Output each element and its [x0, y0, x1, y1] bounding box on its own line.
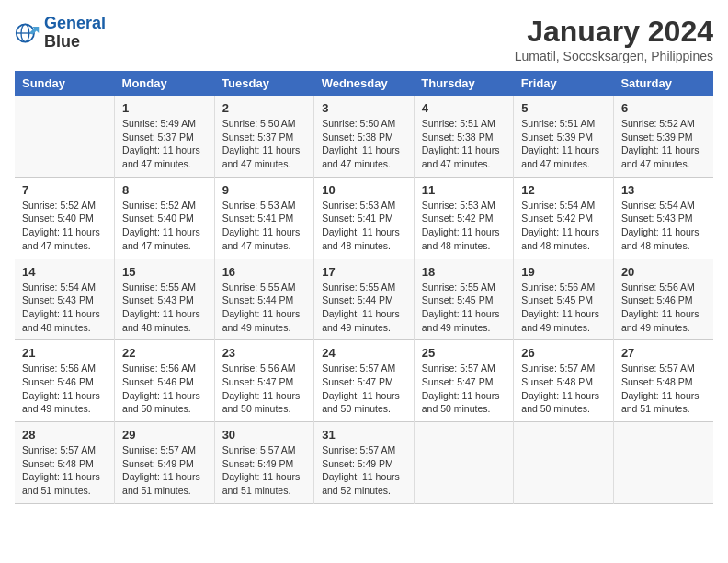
day-number: 31: [322, 428, 406, 442]
day-info: Sunrise: 5:57 AM Sunset: 5:47 PM Dayligh…: [422, 362, 506, 416]
day-number: 23: [222, 346, 307, 360]
day-cell: 12Sunrise: 5:54 AM Sunset: 5:42 PM Dayli…: [514, 177, 614, 259]
logo-text: General Blue: [44, 15, 106, 52]
day-cell: 9Sunrise: 5:53 AM Sunset: 5:41 PM Daylig…: [214, 177, 314, 259]
day-info: Sunrise: 5:55 AM Sunset: 5:45 PM Dayligh…: [422, 281, 506, 335]
day-cell: 20Sunrise: 5:56 AM Sunset: 5:46 PM Dayli…: [613, 259, 713, 340]
day-info: Sunrise: 5:56 AM Sunset: 5:46 PM Dayligh…: [22, 362, 107, 416]
day-cell: 26Sunrise: 5:57 AM Sunset: 5:48 PM Dayli…: [514, 340, 614, 422]
day-cell: 7Sunrise: 5:52 AM Sunset: 5:40 PM Daylig…: [15, 177, 115, 259]
day-cell: [414, 422, 514, 504]
day-number: 9: [222, 183, 307, 197]
header-row: SundayMondayTuesdayWednesdayThursdayFrid…: [15, 71, 713, 96]
day-cell: 8Sunrise: 5:52 AM Sunset: 5:40 PM Daylig…: [115, 177, 215, 259]
calendar-table: SundayMondayTuesdayWednesdayThursdayFrid…: [15, 71, 713, 504]
day-number: 16: [222, 265, 307, 279]
day-info: Sunrise: 5:57 AM Sunset: 5:49 PM Dayligh…: [222, 443, 307, 498]
day-info: Sunrise: 5:50 AM Sunset: 5:38 PM Dayligh…: [322, 117, 406, 171]
day-info: Sunrise: 5:57 AM Sunset: 5:48 PM Dayligh…: [521, 362, 606, 416]
day-info: Sunrise: 5:52 AM Sunset: 5:39 PM Dayligh…: [621, 117, 706, 171]
header-cell-monday: Monday: [115, 71, 215, 96]
day-cell: 21Sunrise: 5:56 AM Sunset: 5:46 PM Dayli…: [15, 340, 115, 422]
day-cell: 5Sunrise: 5:51 AM Sunset: 5:39 PM Daylig…: [514, 96, 614, 177]
week-row-2: 7Sunrise: 5:52 AM Sunset: 5:40 PM Daylig…: [15, 177, 713, 259]
day-number: 21: [22, 346, 107, 360]
day-cell: 11Sunrise: 5:53 AM Sunset: 5:42 PM Dayli…: [414, 177, 514, 259]
day-number: 2: [222, 101, 307, 115]
day-info: Sunrise: 5:54 AM Sunset: 5:42 PM Dayligh…: [521, 199, 606, 253]
day-cell: 24Sunrise: 5:57 AM Sunset: 5:47 PM Dayli…: [314, 340, 415, 422]
logo-icon: [15, 20, 40, 46]
day-info: Sunrise: 5:55 AM Sunset: 5:44 PM Dayligh…: [222, 281, 307, 335]
day-info: Sunrise: 5:57 AM Sunset: 5:47 PM Dayligh…: [322, 362, 406, 416]
day-number: 27: [621, 346, 706, 360]
week-row-4: 21Sunrise: 5:56 AM Sunset: 5:46 PM Dayli…: [15, 340, 713, 422]
day-info: Sunrise: 5:56 AM Sunset: 5:46 PM Dayligh…: [122, 362, 207, 416]
day-number: 22: [122, 346, 207, 360]
page-header: General Blue January 2024 Lumatil, Soccs…: [15, 15, 713, 63]
day-cell: 16Sunrise: 5:55 AM Sunset: 5:44 PM Dayli…: [214, 259, 314, 340]
day-number: 10: [322, 183, 406, 197]
day-info: Sunrise: 5:55 AM Sunset: 5:44 PM Dayligh…: [322, 281, 406, 335]
day-info: Sunrise: 5:52 AM Sunset: 5:40 PM Dayligh…: [22, 199, 107, 253]
day-info: Sunrise: 5:51 AM Sunset: 5:38 PM Dayligh…: [422, 117, 506, 171]
day-cell: [613, 422, 713, 504]
day-number: 6: [621, 101, 706, 115]
week-row-3: 14Sunrise: 5:54 AM Sunset: 5:43 PM Dayli…: [15, 259, 713, 340]
day-info: Sunrise: 5:53 AM Sunset: 5:42 PM Dayligh…: [422, 199, 506, 253]
day-info: Sunrise: 5:53 AM Sunset: 5:41 PM Dayligh…: [322, 199, 406, 253]
header-cell-friday: Friday: [514, 71, 614, 96]
day-cell: [15, 96, 115, 177]
day-number: 14: [22, 265, 107, 279]
day-info: Sunrise: 5:49 AM Sunset: 5:37 PM Dayligh…: [122, 117, 207, 171]
day-number: 8: [122, 183, 207, 197]
day-number: 26: [521, 346, 606, 360]
day-cell: 3Sunrise: 5:50 AM Sunset: 5:38 PM Daylig…: [314, 96, 415, 177]
day-info: Sunrise: 5:55 AM Sunset: 5:43 PM Dayligh…: [122, 281, 207, 335]
day-info: Sunrise: 5:57 AM Sunset: 5:48 PM Dayligh…: [621, 362, 706, 416]
day-number: 3: [322, 101, 406, 115]
day-number: 24: [322, 346, 406, 360]
day-cell: [514, 422, 614, 504]
day-cell: 25Sunrise: 5:57 AM Sunset: 5:47 PM Dayli…: [414, 340, 514, 422]
day-number: 15: [122, 265, 207, 279]
day-number: 28: [22, 428, 107, 442]
day-cell: 31Sunrise: 5:57 AM Sunset: 5:49 PM Dayli…: [314, 422, 415, 504]
day-number: 1: [122, 101, 207, 115]
day-cell: 15Sunrise: 5:55 AM Sunset: 5:43 PM Dayli…: [115, 259, 215, 340]
header-cell-wednesday: Wednesday: [314, 71, 415, 96]
day-number: 12: [521, 183, 606, 197]
day-cell: 14Sunrise: 5:54 AM Sunset: 5:43 PM Dayli…: [15, 259, 115, 340]
day-cell: 10Sunrise: 5:53 AM Sunset: 5:41 PM Dayli…: [314, 177, 415, 259]
day-cell: 18Sunrise: 5:55 AM Sunset: 5:45 PM Dayli…: [414, 259, 514, 340]
day-number: 17: [322, 265, 406, 279]
day-cell: 2Sunrise: 5:50 AM Sunset: 5:37 PM Daylig…: [214, 96, 314, 177]
day-cell: 6Sunrise: 5:52 AM Sunset: 5:39 PM Daylig…: [613, 96, 713, 177]
day-info: Sunrise: 5:54 AM Sunset: 5:43 PM Dayligh…: [621, 199, 706, 253]
week-row-1: 1Sunrise: 5:49 AM Sunset: 5:37 PM Daylig…: [15, 96, 713, 177]
day-cell: 30Sunrise: 5:57 AM Sunset: 5:49 PM Dayli…: [214, 422, 314, 504]
header-cell-sunday: Sunday: [15, 71, 115, 96]
day-number: 5: [521, 101, 606, 115]
day-number: 4: [422, 101, 506, 115]
day-info: Sunrise: 5:57 AM Sunset: 5:49 PM Dayligh…: [322, 443, 406, 498]
day-number: 13: [621, 183, 706, 197]
day-number: 18: [422, 265, 506, 279]
title-block: January 2024 Lumatil, Soccsksargen, Phil…: [515, 15, 713, 63]
day-info: Sunrise: 5:50 AM Sunset: 5:37 PM Dayligh…: [222, 117, 307, 171]
day-number: 25: [422, 346, 506, 360]
day-cell: 19Sunrise: 5:56 AM Sunset: 5:45 PM Dayli…: [514, 259, 614, 340]
day-cell: 13Sunrise: 5:54 AM Sunset: 5:43 PM Dayli…: [613, 177, 713, 259]
day-info: Sunrise: 5:57 AM Sunset: 5:49 PM Dayligh…: [122, 443, 207, 498]
day-info: Sunrise: 5:53 AM Sunset: 5:41 PM Dayligh…: [222, 199, 307, 253]
week-row-5: 28Sunrise: 5:57 AM Sunset: 5:48 PM Dayli…: [15, 422, 713, 504]
day-cell: 29Sunrise: 5:57 AM Sunset: 5:49 PM Dayli…: [115, 422, 215, 504]
day-info: Sunrise: 5:57 AM Sunset: 5:48 PM Dayligh…: [22, 443, 107, 498]
day-info: Sunrise: 5:56 AM Sunset: 5:45 PM Dayligh…: [521, 281, 606, 335]
day-info: Sunrise: 5:52 AM Sunset: 5:40 PM Dayligh…: [122, 199, 207, 253]
month-title: January 2024: [515, 15, 713, 49]
header-cell-saturday: Saturday: [613, 71, 713, 96]
day-cell: 17Sunrise: 5:55 AM Sunset: 5:44 PM Dayli…: [314, 259, 415, 340]
day-cell: 4Sunrise: 5:51 AM Sunset: 5:38 PM Daylig…: [414, 96, 514, 177]
day-cell: 22Sunrise: 5:56 AM Sunset: 5:46 PM Dayli…: [115, 340, 215, 422]
